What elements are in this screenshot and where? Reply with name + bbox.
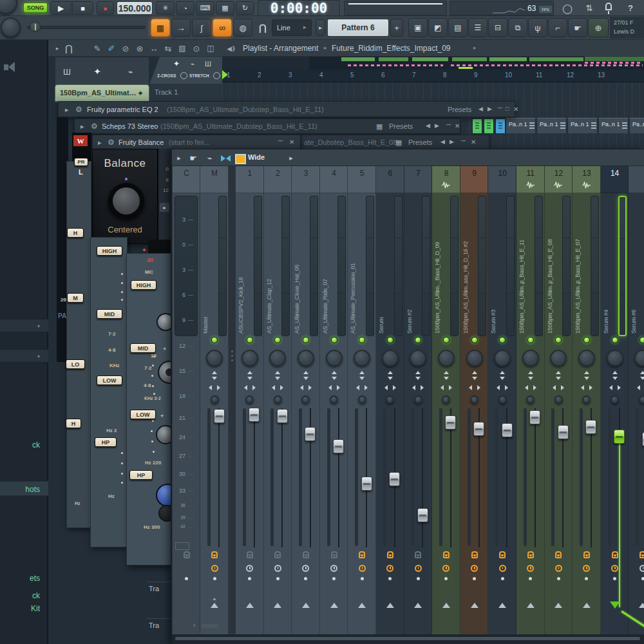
browser-sidebar (0, 40, 48, 644)
sidebar-dropdown-2[interactable]: ▾ (0, 349, 48, 363)
sidebar-item[interactable]: hots (0, 485, 40, 494)
browser-sidebar-layer: ▾ ▾ ckhotsetsckKit (0, 0, 644, 644)
sidebar-item[interactable]: ets (0, 574, 40, 583)
speaker-icon-cone (8, 62, 15, 72)
sidebar-item[interactable]: ck (0, 591, 40, 600)
speaker-icon (4, 64, 8, 70)
fl-studio-app: 12345678910111213‹TraTra Ш ✦ ⌁ ✦ ⌁ Ш Z-C… (0, 0, 644, 644)
sidebar-item[interactable]: Kit (0, 604, 40, 613)
chevron-down-icon: ▾ (37, 323, 40, 329)
sidebar-item[interactable]: ck (0, 440, 40, 450)
chevron-down-icon: ▾ (37, 354, 40, 359)
sidebar-dropdown-1[interactable]: ▾ (0, 319, 48, 332)
